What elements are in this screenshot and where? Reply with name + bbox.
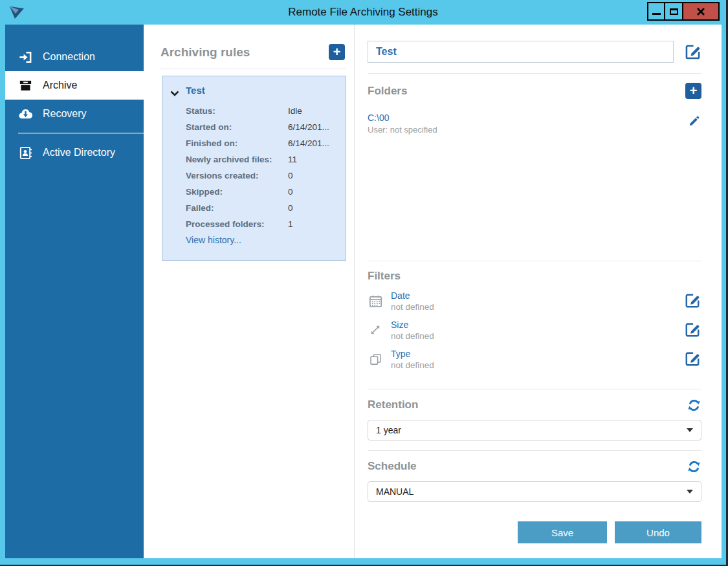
field-value: 6/14/201... — [288, 122, 329, 132]
sidebar-item-recovery[interactable]: Recovery — [5, 100, 144, 128]
view-history-link[interactable]: View history... — [186, 235, 241, 245]
field-value: 0 — [288, 187, 293, 197]
rule-field-row: Status: Idle — [186, 103, 335, 119]
refresh-schedule-button[interactable] — [686, 459, 701, 474]
close-icon — [696, 7, 705, 16]
rule-name-input[interactable] — [368, 41, 674, 63]
field-label: Versions created: — [186, 171, 288, 180]
filter-size-value: not defined — [391, 331, 674, 341]
address-book-icon — [17, 145, 34, 160]
rule-field-row: Skipped: 0 — [186, 184, 335, 200]
field-label: Started on: — [186, 122, 288, 132]
edit-square-icon — [684, 43, 701, 61]
folders-title: Folders — [368, 85, 407, 98]
field-value: Idle — [288, 106, 302, 116]
edit-date-filter-button[interactable] — [683, 292, 701, 310]
chevron-down-icon — [687, 428, 693, 432]
edit-size-filter-button[interactable] — [683, 321, 701, 339]
schedule-section: Schedule MANUAL — [368, 451, 701, 502]
rule-status-fields: Status: Idle Started on: 6/14/201... Fin… — [186, 103, 335, 232]
archive-box-icon — [17, 78, 34, 93]
rule-field-row: Started on: 6/14/201... — [186, 119, 335, 135]
edit-folder-button[interactable] — [687, 114, 701, 128]
sidebar-divider — [18, 133, 144, 134]
schedule-title: Schedule — [368, 460, 417, 473]
retention-dropdown[interactable]: 1 year — [368, 420, 701, 441]
field-value: 0 — [288, 203, 293, 213]
edit-square-icon — [684, 321, 701, 338]
sidebar-item-label: Archive — [43, 80, 77, 91]
action-buttons: Save Undo — [368, 521, 701, 543]
archiving-rules-title: Archiving rules — [160, 45, 250, 60]
edit-square-icon — [684, 351, 701, 367]
rule-field-row: Finished on: 6/14/201... — [186, 135, 335, 151]
filter-type-value: not defined — [391, 360, 674, 370]
field-value: 11 — [288, 155, 297, 164]
maximize-icon — [670, 8, 678, 15]
folder-path-link[interactable]: C:\00 — [368, 113, 687, 123]
field-value: 6/14/201... — [288, 138, 329, 148]
pencil-icon — [688, 114, 701, 127]
edit-square-icon — [684, 292, 701, 309]
field-label: Failed: — [186, 203, 288, 213]
chevron-down-icon[interactable] — [170, 87, 180, 94]
field-label: Status: — [186, 106, 288, 116]
file-type-icon — [368, 351, 383, 367]
remote-file-archiving-window: Remote File Archiving Settings — [0, 0, 728, 566]
rule-details-panel: Folders C:\00 User: not specified — [354, 25, 722, 558]
filters-title: Filters — [368, 270, 401, 283]
archiving-rules-panel: Archiving rules Test — [144, 25, 354, 558]
rule-name: Test — [186, 85, 205, 96]
sidebar-item-connection[interactable]: Connection — [5, 43, 144, 71]
filters-section: Filters — [368, 261, 701, 389]
filter-row-size: Size not defined — [368, 319, 701, 341]
window-title: Remote File Archiving Settings — [0, 0, 726, 25]
field-value: 0 — [288, 171, 293, 180]
add-folder-button[interactable] — [685, 83, 701, 99]
app-body: Connection Archive — [5, 25, 722, 558]
rule-field-row: Processed folders: 1 — [186, 216, 335, 232]
chevron-down-icon — [687, 490, 693, 494]
filter-type-link[interactable]: Type — [391, 349, 674, 359]
close-button[interactable] — [683, 2, 720, 21]
maximize-button[interactable] — [665, 2, 683, 21]
sidebar-item-active-directory[interactable]: Active Directory — [5, 138, 144, 167]
rules-header-divider — [160, 69, 346, 69]
field-label: Skipped: — [186, 187, 288, 197]
undo-button[interactable]: Undo — [615, 521, 701, 543]
filter-row-type: Type not defined — [368, 348, 701, 370]
sidebar-item-label: Connection — [43, 51, 95, 63]
filter-date-link[interactable]: Date — [391, 290, 674, 301]
rule-card[interactable]: Test Status: Idle Started on: 6/14/201..… — [162, 76, 346, 261]
cloud-download-icon — [17, 106, 34, 122]
filter-date-value: not defined — [391, 302, 674, 312]
sidebar-item-label: Recovery — [43, 108, 87, 120]
schedule-selected-value: MANUAL — [376, 486, 414, 497]
filter-size-link[interactable]: Size — [391, 320, 674, 330]
folder-item: C:\00 User: not specified — [368, 113, 701, 135]
filter-row-date: Date not defined — [368, 290, 701, 312]
retention-title: Retention — [368, 398, 418, 411]
sidebar: Connection Archive — [5, 25, 144, 558]
rule-field-row: Failed: 0 — [186, 200, 335, 216]
minimize-button[interactable] — [647, 2, 665, 21]
schedule-dropdown[interactable]: MANUAL — [368, 481, 701, 502]
titlebar: Remote File Archiving Settings — [0, 0, 726, 25]
sidebar-item-archive[interactable]: Archive — [5, 71, 144, 100]
field-label: Newly archived files: — [186, 155, 288, 164]
refresh-retention-button[interactable] — [686, 397, 701, 413]
save-button[interactable]: Save — [518, 521, 607, 543]
folders-section: Folders C:\00 User: not specified — [368, 74, 701, 261]
folder-user: User: not specified — [368, 125, 687, 135]
add-rule-button[interactable] — [329, 44, 345, 60]
window-controls — [647, 2, 720, 21]
edit-type-filter-button[interactable] — [683, 350, 701, 368]
minimize-icon — [652, 13, 661, 15]
edit-rule-name-button[interactable] — [683, 43, 701, 61]
calendar-icon — [368, 293, 383, 309]
rule-field-row: Versions created: 0 — [186, 168, 335, 184]
resize-arrow-icon — [368, 322, 383, 338]
field-value: 1 — [288, 219, 293, 229]
retention-section: Retention 1 year — [368, 389, 701, 450]
refresh-icon — [687, 398, 701, 413]
